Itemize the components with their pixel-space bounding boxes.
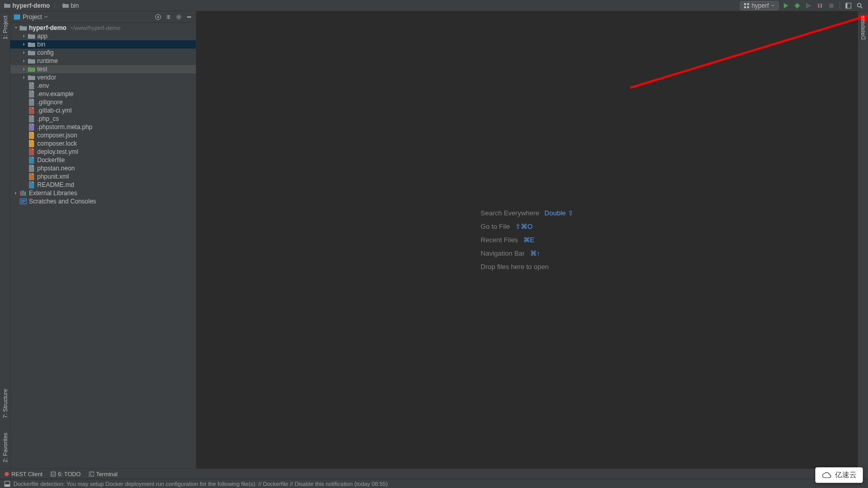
welcome-label: Drop files here to open [481, 260, 549, 274]
tree-file[interactable]: .php_cs [10, 115, 196, 123]
rest-icon [4, 471, 9, 477]
tree-arrow-icon[interactable] [22, 67, 27, 72]
stop-button[interactable] [827, 2, 835, 10]
tree-file[interactable]: composer.lock [10, 139, 196, 148]
svg-line-26 [630, 15, 868, 88]
favorites-tool-tab[interactable]: 2: Favorites [2, 431, 8, 464]
svg-rect-3 [747, 6, 749, 8]
svg-rect-32 [5, 484, 10, 486]
database-tool-tab[interactable]: Database [860, 13, 866, 42]
project-tree[interactable]: hyperf-demo~/www/hyperf-demoappbinconfig… [10, 23, 196, 468]
breadcrumb-child[interactable]: bin [71, 2, 79, 9]
welcome-row: Navigation Bar⌘↑ [481, 247, 573, 260]
status-message[interactable]: Dockerfile detection: You may setup Dock… [13, 481, 388, 487]
welcome-row: Search EverywhereDouble ⇧ [481, 207, 573, 220]
svg-rect-24 [24, 192, 26, 196]
file-file-icon [28, 115, 35, 122]
tree-file[interactable]: deploy.test.yml [10, 148, 196, 156]
left-tool-gutter: 1: Project 7: Structure 2: Favorites [0, 11, 10, 468]
tree-arrow-icon[interactable] [22, 58, 27, 64]
project-panel-title[interactable]: Project [13, 13, 151, 21]
tree-folder-bin[interactable]: bin [10, 40, 196, 49]
folder-icon [63, 3, 69, 8]
tree-file[interactable]: .env.example [10, 90, 196, 98]
tree-scratches[interactable]: Scratches and Consoles [10, 197, 196, 206]
folder-icon [28, 33, 35, 40]
svg-point-20 [178, 16, 180, 18]
tree-file[interactable]: .env [10, 82, 196, 90]
run-config-label: hyperf [752, 2, 769, 9]
welcome-row: Recent Files⌘E [481, 233, 573, 247]
svg-point-19 [158, 16, 159, 18]
breadcrumb-root[interactable]: hyperf-demo [12, 2, 50, 9]
tree-root[interactable]: hyperf-demo~/www/hyperf-demo [10, 24, 196, 32]
structure-tool-tab[interactable]: 7: Structure [2, 387, 8, 420]
welcome-label: Search Everywhere [481, 207, 539, 220]
svg-rect-11 [820, 4, 822, 8]
tree-arrow-icon[interactable] [13, 25, 19, 30]
tree-arrow-icon[interactable] [22, 42, 27, 47]
annotation-arrow [620, 10, 868, 93]
project-icon [13, 14, 21, 20]
run-configuration-selector[interactable]: hyperf [740, 1, 779, 10]
run-button[interactable] [782, 2, 790, 10]
hide-icon[interactable] [185, 13, 193, 21]
tree-file[interactable]: .gitlab-ci.yml [10, 106, 196, 115]
rest-client-tab[interactable]: REST Client [4, 471, 42, 477]
editor-area[interactable]: Search EverywhereDouble ⇧Go to File⇧⌘ORe… [196, 11, 858, 468]
tree-arrow-icon[interactable] [13, 191, 19, 196]
attach-button[interactable] [816, 2, 824, 10]
tree-file[interactable]: README.md [10, 181, 196, 189]
welcome-row: Go to File⇧⌘O [481, 220, 573, 233]
svg-rect-0 [744, 3, 746, 5]
terminal-icon [89, 471, 94, 477]
yml-file-icon [28, 107, 35, 114]
search-everywhere-button[interactable] [856, 2, 864, 10]
coverage-button[interactable] [804, 2, 813, 10]
svg-rect-1 [747, 3, 749, 5]
terminal-tab[interactable]: Terminal [89, 471, 118, 477]
svg-point-28 [5, 472, 9, 476]
project-tool-tab[interactable]: 1: Project [2, 13, 8, 41]
svg-rect-9 [806, 3, 807, 8]
tree-file[interactable]: composer.json [10, 131, 196, 139]
debug-button[interactable] [793, 2, 801, 10]
tree-file[interactable]: .gitignore [10, 98, 196, 106]
tree-file[interactable]: .phpstorm.meta.php [10, 123, 196, 131]
svg-rect-23 [22, 191, 24, 196]
tree-folder-runtime[interactable]: runtime [10, 57, 196, 65]
run-config-icon [743, 3, 750, 9]
top-navigation-bar: hyperf-demo 〉 bin hyperf [0, 0, 868, 11]
php-file-icon [28, 123, 35, 131]
todo-tab[interactable]: 6: TODO [51, 471, 81, 477]
locate-icon[interactable] [154, 13, 162, 21]
tree-folder-vendor[interactable]: vendor [10, 73, 196, 82]
tree-arrow-icon[interactable] [22, 50, 27, 55]
status-icon[interactable] [4, 481, 10, 487]
tree-external-libraries[interactable]: External Libraries [10, 189, 196, 197]
layout-button[interactable] [844, 2, 853, 10]
svg-rect-12 [829, 4, 833, 8]
gear-icon[interactable] [175, 13, 182, 21]
welcome-shortcut: ⌘↑ [530, 247, 540, 260]
tree-folder-test[interactable]: test [10, 65, 196, 73]
file-file-icon [28, 82, 35, 89]
svg-point-15 [858, 3, 861, 7]
folder-icon [28, 66, 35, 73]
svg-rect-17 [14, 14, 20, 20]
svg-rect-2 [744, 6, 746, 8]
tree-arrow-icon[interactable] [22, 75, 27, 80]
tree-arrow-icon[interactable] [22, 34, 27, 39]
tree-file[interactable]: phpstan.neon [10, 164, 196, 172]
chevron-down-icon [44, 15, 48, 19]
expand-all-icon[interactable] [165, 13, 172, 21]
watermark-badge: 亿速云 [815, 467, 863, 483]
tree-file[interactable]: phpunit.xml [10, 172, 196, 181]
tree-folder-config[interactable]: config [10, 49, 196, 57]
welcome-label: Recent Files [481, 233, 518, 247]
welcome-shortcut: ⇧⌘O [515, 220, 533, 233]
yml-file-icon [28, 148, 35, 155]
welcome-label: Go to File [481, 220, 509, 233]
tree-folder-app[interactable]: app [10, 32, 196, 40]
tree-file[interactable]: Dockerfile [10, 156, 196, 164]
